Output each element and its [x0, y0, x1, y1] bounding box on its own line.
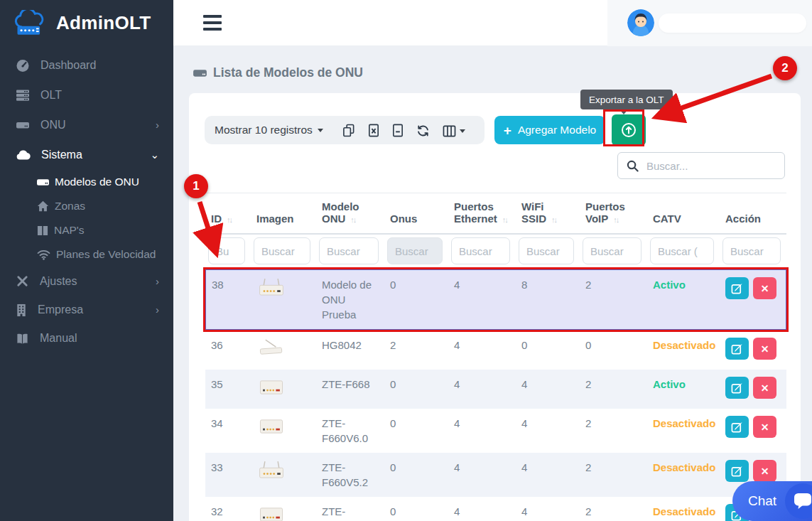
cell-id: 38	[205, 269, 251, 330]
chevron-down-icon	[318, 129, 323, 132]
wifi-icon	[37, 249, 50, 260]
edit-button[interactable]	[725, 377, 749, 399]
table-row: 33 ZTE-F660V5.2 0 4 4 2 Desactivado ✕	[205, 453, 786, 497]
edit-button[interactable]	[725, 277, 749, 299]
filter-input-4[interactable]	[451, 237, 510, 264]
user-avatar[interactable]	[627, 9, 654, 36]
column-header-puertos-voip[interactable]: Puertos VoIP↑↓	[580, 193, 647, 235]
olt-icon	[16, 88, 30, 102]
export-to-olt-button[interactable]	[612, 114, 646, 146]
status-badge: Desactivado	[653, 505, 715, 517]
add-model-button[interactable]: + Agregar Modelo	[494, 116, 605, 144]
refresh-button[interactable]	[410, 121, 436, 141]
column-header-modelo-onu[interactable]: Modelo ONU↑↓	[316, 193, 384, 235]
delete-button[interactable]: ✕	[753, 338, 776, 360]
filter-input-2[interactable]	[319, 237, 379, 264]
cell-voip: 2	[580, 409, 647, 453]
column-header-acci-n: Acción	[720, 193, 786, 235]
edit-button[interactable]	[725, 460, 749, 482]
sidebar-item-zonas[interactable]: Zonas	[0, 194, 173, 218]
cell-wifi: 4	[516, 370, 580, 409]
menu-toggle-icon[interactable]	[203, 15, 222, 31]
delete-button[interactable]: ✕	[753, 377, 776, 399]
edit-icon	[731, 382, 743, 394]
delete-button[interactable]: ✕	[753, 416, 776, 438]
sidebar-item-sistema[interactable]: Sistema⌄	[0, 140, 173, 170]
sidebar-nav: DashboardOLTONU›Sistema⌄Modelos de ONUZo…	[0, 46, 173, 353]
close-icon: ✕	[761, 382, 769, 394]
filter-input-6[interactable]	[583, 237, 642, 264]
cell-image	[251, 269, 316, 330]
onu-image	[256, 377, 286, 402]
app-logo[interactable]: AdminOLT	[0, 0, 173, 46]
show-entries-dropdown[interactable]: Mostrar 10 registros	[215, 124, 323, 136]
edit-button[interactable]	[725, 338, 749, 360]
cell-onus: 2	[384, 330, 448, 370]
sort-icons: ↑↓	[350, 215, 355, 224]
column-label: WiFi SSID	[521, 200, 546, 225]
sidebar-item-modelos-de-onu[interactable]: Modelos de ONU	[0, 170, 173, 194]
plus-icon: +	[504, 124, 511, 137]
sidebar-item-label: Ajustes	[40, 275, 77, 288]
column-header-id[interactable]: ID↑↓	[205, 193, 251, 235]
upload-icon	[620, 122, 637, 139]
cell-catv: Desactivado	[647, 453, 720, 497]
cell-ethernet: 4	[448, 409, 516, 453]
filter-input-1[interactable]	[254, 237, 310, 264]
cell-wifi: 4	[516, 409, 580, 453]
sidebar-item-olt[interactable]: OLT	[0, 80, 173, 110]
delete-button[interactable]: ✕	[753, 460, 776, 482]
cell-ethernet: 4	[448, 269, 516, 330]
search-box[interactable]	[617, 152, 785, 179]
sidebar-item-label: OLT	[40, 89, 62, 102]
cell-voip: 2	[580, 497, 647, 521]
sort-icons: ↑↓	[613, 215, 618, 224]
copy-button[interactable]	[336, 120, 362, 141]
sidebar-item-empresa[interactable]: Empresa›	[0, 296, 173, 324]
cell-catv: Desactivado	[647, 330, 720, 370]
columns-button[interactable]	[436, 122, 472, 141]
cell-onus: 0	[384, 453, 448, 497]
sidebar-item-manual[interactable]: Manual	[0, 324, 173, 353]
column-header-imagen: Imagen	[251, 193, 316, 235]
search-input[interactable]	[646, 160, 788, 172]
sort-icons: ↑↓	[502, 215, 507, 224]
cell-image	[251, 370, 316, 409]
onu-image	[256, 277, 286, 302]
user-name-redacted[interactable]	[659, 14, 806, 33]
filter-input-0[interactable]	[208, 237, 245, 264]
excel-button[interactable]	[362, 120, 386, 141]
sidebar-item-onu[interactable]: ONU›	[0, 110, 173, 140]
filter-input-7[interactable]	[650, 237, 714, 264]
sidebar-item-ajustes[interactable]: Ajustes›	[0, 267, 173, 296]
cell-model: ZTE-F660V5.0	[316, 497, 384, 521]
cell-id: 33	[205, 453, 251, 497]
sidebar-item-planes-de-velocidad[interactable]: Planes de Velocidad	[0, 242, 173, 267]
filter-input-3[interactable]	[387, 237, 443, 264]
table-row: 34 ZTE-F660V6.0 0 4 4 2 Desactivado ✕	[205, 409, 786, 453]
cell-actions: ✕	[720, 370, 786, 409]
cell-model: ZTE-F668	[316, 370, 384, 409]
cell-catv: Activo	[647, 269, 720, 330]
column-header-puertos-ethernet[interactable]: Puertos Ethernet↑↓	[448, 193, 516, 235]
column-label: Acción	[725, 213, 761, 225]
chat-launcher[interactable]: Chat	[732, 481, 812, 521]
cell-onus: 0	[384, 409, 448, 453]
cell-image	[251, 409, 316, 453]
filter-row	[205, 234, 786, 269]
status-badge: Desactivado	[653, 417, 715, 429]
filter-input-5[interactable]	[519, 237, 574, 264]
cell-ethernet: 4	[448, 497, 516, 521]
column-header-wifi-ssid[interactable]: WiFi SSID↑↓	[516, 193, 580, 235]
sidebar-item-nap-s[interactable]: NAP's	[0, 218, 173, 242]
edit-button[interactable]	[725, 416, 749, 438]
columns-icon	[37, 225, 48, 236]
cell-onus: 0	[384, 269, 448, 330]
file-button[interactable]	[386, 120, 410, 141]
cell-model: ZTE-F660V6.0	[316, 409, 384, 453]
onu-image	[256, 338, 286, 362]
delete-button[interactable]: ✕	[753, 277, 776, 299]
sidebar-item-dashboard[interactable]: Dashboard	[0, 50, 173, 80]
toolbar-icon-buttons	[336, 120, 472, 141]
filter-input-8[interactable]	[722, 237, 781, 264]
